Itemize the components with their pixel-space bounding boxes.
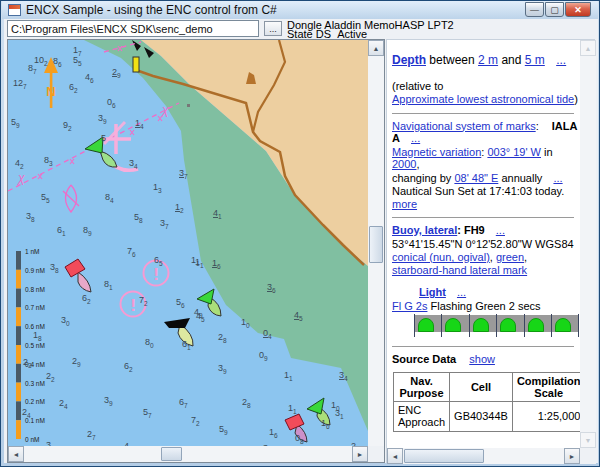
horizontal-scroll-thumb[interactable] [404, 449, 484, 463]
map-vertical-scrollbar[interactable]: ▲ ▼ [368, 40, 384, 462]
depth-link[interactable]: Depth [392, 53, 426, 67]
maximize-button[interactable]: ▢ [545, 2, 564, 17]
svg-text:!: ! [130, 296, 136, 315]
buoy-colour-link[interactable]: green [496, 251, 524, 263]
scale-bar-label: 0.2 nM [25, 398, 45, 405]
scale-bar-label: 0.5 nM [25, 342, 45, 349]
text: between [429, 53, 474, 67]
light-flash [555, 318, 571, 332]
depth-max-link[interactable]: 5 m [525, 53, 545, 67]
window-title: ENCX Sample - using the ENC control from… [26, 3, 277, 17]
scale-bar-label: 0.8 nM [25, 286, 45, 293]
buoy-title-line: Buoy, lateral: FH9 ... [392, 224, 580, 237]
light-flash [445, 318, 461, 332]
table-cell: ENC Approach [394, 401, 450, 431]
change-value-link[interactable]: 08' 48" E [454, 172, 498, 184]
svg-text:!: ! [153, 265, 159, 284]
change-more-link[interactable]: ... [553, 172, 562, 184]
scale-bar-segment [16, 420, 21, 439]
panel-horizontal-scrollbar[interactable]: ◄ ► [387, 448, 580, 464]
light-sequence-diagram [414, 314, 580, 339]
magvar-value-link[interactable]: 003° 19' W [487, 146, 541, 158]
app-window: ENCX Sample - using the ENC control from… [0, 0, 600, 467]
chart-view: χ χ [7, 39, 385, 463]
light-code-link[interactable]: Fl G 2s [392, 300, 427, 312]
depth-line: Depth between 2 m and 5 m ... [392, 54, 580, 67]
scale-bar-segment [16, 345, 21, 364]
buoy-link[interactable]: Buoy, lateral [392, 224, 457, 236]
enc-chart-canvas[interactable]: χ χ [8, 40, 368, 446]
depth-sounding: 5 [101, 133, 106, 143]
beacon-icon[interactable] [133, 57, 139, 72]
cable-symbol: χ [17, 171, 25, 185]
text: ) [574, 93, 578, 105]
app-icon [8, 4, 21, 16]
table-header: Nav. Purpose [394, 372, 450, 401]
close-icon: ✕ [574, 5, 582, 15]
light-sequence-tick [441, 314, 442, 337]
light-description: Flashing Green 2 secs [431, 300, 541, 312]
text: and [501, 53, 521, 67]
dongle-state: State DS_Active [287, 30, 454, 39]
more-link[interactable]: more [392, 198, 417, 210]
vertical-scroll-thumb[interactable] [369, 226, 383, 263]
light-flash [500, 318, 516, 332]
buoy-name: FH9 [464, 224, 485, 236]
dongle-status: Dongle Aladdin MemoHASP LPT2 State DS_Ac… [287, 19, 454, 39]
senc-path-input[interactable] [7, 20, 259, 37]
divider [392, 346, 574, 347]
scrollbar-corner [580, 448, 596, 464]
marks-line: Navigational system of marks: IALA A ... [392, 120, 580, 145]
scroll-left-button[interactable]: ◄ [387, 448, 403, 464]
light-sequence-tick [496, 314, 497, 337]
source-data-line: Source Data show [392, 353, 580, 366]
marks-link[interactable]: Navigational system of marks [392, 120, 536, 132]
scale-bar-segment [16, 270, 21, 289]
buoy-attrs: conical (nun, ogival), green, starboard-… [392, 251, 580, 276]
scale-bar-label: 0 nM [25, 436, 39, 443]
scroll-left-button[interactable]: ◄ [8, 446, 24, 462]
table-cell: 1:25,000 [512, 401, 580, 431]
landmark-dot [187, 104, 190, 107]
scroll-right-button[interactable]: ► [352, 446, 368, 462]
close-button[interactable]: ✕ [565, 2, 591, 17]
light-flash [528, 318, 544, 332]
magvar-line: Magnetic variation: 003° 19' W in 2000, [392, 146, 580, 171]
horizontal-scroll-thumb[interactable] [161, 447, 182, 461]
table-header: Compilation Scale [512, 372, 580, 401]
scale-bar-segment [16, 383, 21, 402]
light-more-link[interactable]: ... [457, 286, 466, 298]
magvar-link[interactable]: Magnetic variation [392, 146, 481, 158]
maximize-icon: ▢ [550, 5, 559, 15]
scroll-right-button[interactable]: ► [564, 448, 580, 464]
scale-bar-segment [16, 364, 21, 383]
text: annually [501, 172, 542, 184]
scale-bar-segment [16, 251, 21, 270]
magvar-year-link[interactable]: 2000 [392, 158, 416, 170]
light-link[interactable]: Light [419, 286, 446, 298]
light-sequence-tick [524, 314, 525, 337]
scroll-up-button[interactable]: ▲ [368, 40, 384, 56]
source-show-link[interactable]: show [469, 353, 495, 365]
light-flash [473, 318, 489, 332]
table-header: Cell [450, 372, 513, 401]
panel-vertical-scrollbar: ▲ ▼ [580, 40, 596, 448]
title-bar[interactable]: ENCX Sample - using the ENC control from… [2, 1, 598, 19]
minimize-button[interactable]: — [525, 2, 544, 17]
buoy-shape-link[interactable]: conical (nun, ogival) [392, 251, 490, 263]
buoy-category-link[interactable]: starboard-hand lateral mark [392, 264, 527, 276]
buoy-more-link[interactable]: ... [496, 224, 505, 236]
marks-more-link[interactable]: ... [411, 132, 420, 144]
map-horizontal-scrollbar[interactable]: ◄ ► [8, 446, 368, 462]
light-flash [418, 318, 434, 332]
depth-min-link[interactable]: 2 m [478, 53, 498, 67]
scale-bar-segment [16, 326, 21, 345]
browse-button[interactable]: ... [264, 21, 282, 36]
depth-more-link[interactable]: ... [556, 53, 566, 67]
tide-datum-link[interactable]: Approximate lowest astronomical tide [392, 93, 574, 105]
light-section: Light ... Fl G 2s Flashing Green 2 secs [419, 286, 580, 312]
scale-bar-segment [16, 401, 21, 420]
scroll-down-button: ▼ [580, 432, 596, 448]
svg-text:N: N [46, 84, 55, 99]
scale-bar-label: 0.7 nM [25, 304, 45, 311]
